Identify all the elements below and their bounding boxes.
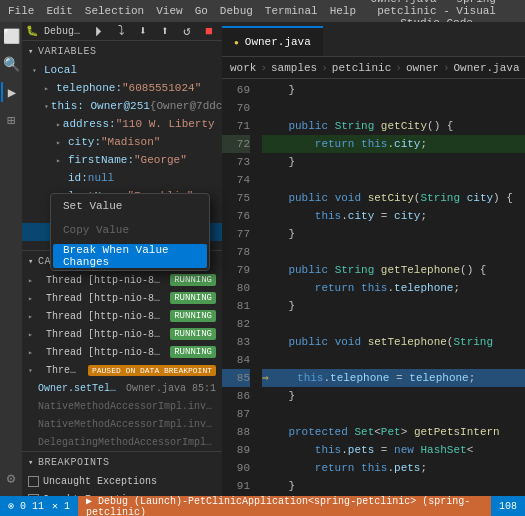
bp-caught-checkbox[interactable]	[28, 494, 39, 497]
status-errors[interactable]: ⊗ 0 11	[8, 500, 44, 512]
var-city[interactable]: ▸ city: "Madison"	[22, 133, 222, 151]
breakpoints-header[interactable]: ▾ BREAKPOINTS	[22, 452, 222, 472]
restart-btn[interactable]: ↺	[178, 22, 196, 40]
code-88: protected Set<Pet> getPetsIntern	[262, 423, 525, 441]
stack-thread-8[interactable]: ▸ Thread [http-nio-8080-exec-8] RUNNING	[22, 307, 222, 325]
thread-5-arrow: ▾	[28, 366, 38, 375]
var-firstname[interactable]: ▸ firstName: "George"	[22, 151, 222, 169]
frame-settelephone-name: Owner.setTelephone(String)	[38, 383, 120, 394]
ln-79: 79	[222, 261, 250, 279]
menu-help[interactable]: Help	[330, 5, 356, 17]
debug-session-label: 🐛 Debug (Launch)-PetClinicA ∨	[26, 25, 86, 37]
activity-extensions[interactable]: ⊞	[1, 110, 21, 130]
status-warnings[interactable]: ✕ 1	[52, 500, 70, 512]
code-75: public void setCity(String city) {	[262, 189, 525, 207]
menu-file[interactable]: File	[8, 5, 34, 17]
ctx-set-value[interactable]: Set Value	[51, 194, 209, 218]
var-telephone[interactable]: ▸ telephone: "6085551024"	[22, 79, 222, 97]
ln-80: 80	[222, 279, 250, 297]
context-menu: Set Value Copy Value Break When Value Ch…	[50, 193, 210, 271]
breadcrumb-sep2: ›	[321, 62, 328, 74]
menu-bar[interactable]: File Edit Selection View Go Debug Termin…	[8, 5, 356, 17]
menu-go[interactable]: Go	[195, 5, 208, 17]
ln-89: 89	[222, 441, 250, 459]
status-bar: ⊗ 0 11 ✕ 1 ▶ Debug (Launch)-PetClinicApp…	[0, 496, 525, 516]
var-id[interactable]: ▸ id: null	[22, 169, 222, 187]
code-86: }	[262, 387, 525, 405]
code-69: }	[262, 81, 525, 99]
thread-9-badge: RUNNING	[170, 292, 216, 304]
continue-btn[interactable]: ⏵	[90, 22, 108, 40]
thread-7-name: Thread [http-nio-8080-exec-7]	[46, 329, 164, 340]
step-out-btn[interactable]: ⬆	[156, 22, 174, 40]
stack-thread-10[interactable]: ▸ Thread [http-nio-8080-exec-10] RUNNING	[22, 271, 222, 289]
stack-frame-native2[interactable]: NativeMethodAccessorImpl.invoke(Object,O…	[22, 415, 222, 433]
activity-git[interactable]: ⚙	[1, 468, 21, 488]
callstack-arrow: ▾	[28, 256, 34, 267]
var-telephone-arrow: ▸	[44, 84, 54, 93]
var-address[interactable]: ▸ address: "110 W. Liberty St."	[22, 115, 222, 133]
code-92	[262, 495, 525, 496]
variables-header[interactable]: ▾ VARIABLES	[22, 41, 222, 61]
debug-toolbar: 🐛 Debug (Launch)-PetClinicA ∨ ⏵ ⤵ ⬇ ⬆ ↺ …	[22, 22, 222, 41]
breadcrumb-file[interactable]: Owner.java	[454, 62, 520, 74]
step-over-btn[interactable]: ⤵	[112, 22, 130, 40]
bp-uncaught[interactable]: Uncaught Exceptions	[22, 472, 222, 490]
menu-debug[interactable]: Debug	[220, 5, 253, 17]
breakpoints-label: BREAKPOINTS	[38, 457, 110, 468]
menu-selection[interactable]: Selection	[85, 5, 144, 17]
local-group[interactable]: ▾ Local	[22, 61, 222, 79]
thread-6-badge: RUNNING	[170, 346, 216, 358]
code-85: ⇒ this.telephone = telephone;	[262, 369, 525, 387]
status-debug-bar[interactable]: ▶ Debug (Launch)-PetClinicApplication<sp…	[78, 496, 491, 516]
step-into-btn[interactable]: ⬇	[134, 22, 152, 40]
code-81: }	[262, 297, 525, 315]
breakpoints-section: ▾ BREAKPOINTS Uncaught Exceptions Caught…	[22, 452, 222, 496]
local-label: Local	[44, 64, 77, 76]
breadcrumb-samples[interactable]: samples	[271, 62, 317, 74]
tab-dot: ●	[234, 38, 239, 47]
breadcrumb-sep4: ›	[443, 62, 450, 74]
stack-thread-7[interactable]: ▸ Thread [http-nio-8080-exec-7] RUNNING	[22, 325, 222, 343]
ln-85: 85	[222, 369, 250, 387]
thread-7-arrow: ▸	[28, 330, 38, 339]
stack-frame-native1[interactable]: NativeMethodAccessorImpl.invoke0(Method,…	[22, 397, 222, 415]
breadcrumb-petclinic[interactable]: petclinic	[332, 62, 391, 74]
thread-10-name: Thread [http-nio-8080-exec-10]	[46, 275, 164, 286]
ln-70: 70	[222, 99, 250, 117]
editor: 69 70 71 72 73 74 75 76 77 78 79 80 81 8…	[222, 79, 525, 496]
ln-82: 82	[222, 315, 250, 333]
thread-5-badge: PAUSED ON DATA BREAKPOINT	[88, 365, 216, 376]
stop-btn[interactable]: ■	[200, 22, 218, 40]
bp-uncaught-checkbox[interactable]	[28, 476, 39, 487]
status-line[interactable]: 108	[499, 501, 517, 512]
stack-frame-settelephone[interactable]: Owner.setTelephone(String) Owner.java 85…	[22, 379, 222, 397]
ctx-break-when-changes[interactable]: Break When Value Changes	[53, 244, 207, 268]
activity-search[interactable]: 🔍	[1, 54, 21, 74]
var-telephone-key: telephone:	[56, 82, 122, 94]
stack-frame-delegating[interactable]: DelegatingMethodAccessorImpl.invoke(Meth…	[22, 433, 222, 451]
status-right: 108	[499, 501, 517, 512]
variables-arrow: ▾	[28, 46, 34, 57]
stack-thread-9[interactable]: ▸ Thread [http-nio-8080-exec-9] RUNNING	[22, 289, 222, 307]
stack-thread-5[interactable]: ▾ Thread [http-nio-8080-exec-5] PAUSED O…	[22, 361, 222, 379]
menu-view[interactable]: View	[156, 5, 182, 17]
var-this[interactable]: ▾ this: Owner@251 {Owner@7ddce0cd id = […	[22, 97, 222, 115]
frame-native1-name: NativeMethodAccessorImpl.invoke0(Method,…	[38, 401, 216, 412]
breadcrumb-owner-dir[interactable]: owner	[406, 62, 439, 74]
thread-6-name: Thread [http-nio-8080-exec-6]	[46, 347, 164, 358]
code-77: }	[262, 225, 525, 243]
activity-run[interactable]: ▶	[1, 82, 21, 102]
menu-edit[interactable]: Edit	[46, 5, 72, 17]
tab-owner-java[interactable]: ● Owner.java	[222, 26, 323, 56]
var-id-val: null	[88, 172, 114, 184]
thread-5-name: Thread [http-nio-8080-exec-5]	[46, 365, 82, 376]
stack-thread-6[interactable]: ▸ Thread [http-nio-8080-exec-6] RUNNING	[22, 343, 222, 361]
menu-terminal[interactable]: Terminal	[265, 5, 318, 17]
activity-explorer[interactable]: ⬜	[1, 26, 21, 46]
var-firstname-key: firstName:	[68, 154, 134, 166]
breadcrumb-work[interactable]: work	[230, 62, 256, 74]
thread-10-arrow: ▸	[28, 276, 38, 285]
var-city-arrow: ▸	[56, 138, 66, 147]
var-telephone-val: "6085551024"	[122, 82, 201, 94]
